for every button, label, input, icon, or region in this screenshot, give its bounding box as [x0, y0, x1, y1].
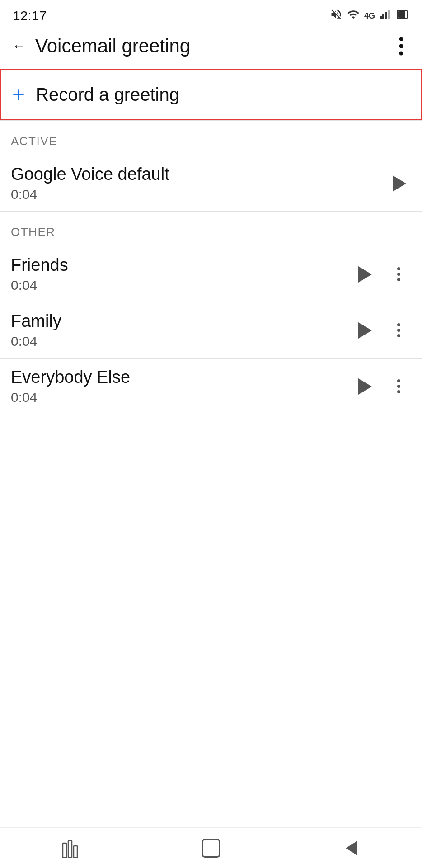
overflow-button-friends[interactable]	[386, 262, 411, 287]
svg-point-9	[399, 52, 403, 56]
svg-point-7	[399, 37, 403, 41]
svg-rect-5	[407, 13, 408, 16]
dot	[397, 334, 400, 337]
list-item: Family 0:04	[0, 302, 422, 358]
list-item: Everybody Else 0:04	[0, 359, 422, 414]
dot	[397, 329, 400, 332]
greeting-actions-friends	[352, 262, 411, 287]
greeting-name-everybody-else: Everybody Else	[11, 368, 352, 387]
signal-bars-icon	[380, 9, 392, 22]
svg-rect-6	[398, 11, 405, 18]
play-icon	[358, 378, 372, 395]
play-button-everybody-else[interactable]	[352, 374, 377, 399]
status-bar: 12:17 4G	[0, 0, 422, 28]
dot	[397, 267, 400, 270]
greeting-info-family: Family 0:04	[11, 311, 352, 349]
app-bar: ← Voicemail greeting	[0, 28, 422, 64]
status-time: 12:17	[13, 8, 47, 24]
greeting-info-everybody-else: Everybody Else 0:04	[11, 368, 352, 405]
nav-recents-button[interactable]	[48, 835, 93, 862]
svg-rect-1	[382, 14, 384, 19]
mute-icon	[330, 8, 342, 24]
greeting-duration-active: 0:04	[11, 187, 386, 202]
play-icon	[393, 175, 406, 192]
greeting-actions-everybody-else	[352, 374, 411, 399]
section-header-other: OTHER	[0, 212, 422, 246]
more-options-icon	[399, 37, 403, 56]
greeting-name-active: Google Voice default	[11, 165, 386, 184]
list-item: Friends 0:04	[0, 246, 422, 302]
section-header-active: ACTIVE	[0, 121, 422, 156]
signal-4g-icon: 4G	[364, 11, 375, 21]
record-greeting-container: + Record a greeting	[0, 69, 422, 120]
greeting-actions-family	[352, 318, 411, 343]
nav-home-button[interactable]	[188, 835, 234, 862]
battery-icon	[397, 9, 409, 23]
nav-back-button[interactable]	[329, 835, 374, 862]
record-greeting-label: Record a greeting	[36, 85, 179, 105]
section-other: OTHER Friends 0:04 Family	[0, 212, 422, 414]
recents-icon	[61, 839, 80, 858]
dot	[397, 385, 400, 388]
svg-rect-3	[388, 10, 390, 19]
record-greeting-button[interactable]: + Record a greeting	[12, 76, 179, 113]
svg-rect-12	[74, 846, 77, 858]
more-options-button[interactable]	[389, 34, 413, 58]
svg-rect-2	[385, 12, 387, 19]
play-button-family[interactable]	[352, 318, 377, 343]
play-button-friends[interactable]	[352, 262, 377, 287]
greeting-info-friends: Friends 0:04	[11, 255, 352, 293]
greeting-duration-everybody-else: 0:04	[11, 390, 352, 405]
play-icon	[358, 322, 372, 339]
play-button-active[interactable]	[386, 171, 411, 196]
nav-bar	[0, 827, 422, 868]
overflow-button-everybody-else[interactable]	[386, 374, 411, 399]
svg-rect-0	[380, 16, 382, 19]
greeting-name-friends: Friends	[11, 255, 352, 275]
home-icon	[202, 839, 220, 858]
nav-back-icon	[346, 841, 357, 855]
greeting-actions-active	[386, 171, 411, 196]
play-icon	[358, 266, 372, 283]
back-button[interactable]: ←	[7, 34, 31, 58]
dot	[397, 273, 400, 276]
content-area: + Record a greeting ACTIVE Google Voice …	[0, 69, 422, 459]
greeting-name-family: Family	[11, 311, 352, 331]
greeting-info-active: Google Voice default 0:04	[11, 165, 386, 202]
svg-rect-10	[63, 843, 66, 858]
dot	[397, 323, 400, 326]
svg-point-8	[399, 44, 403, 48]
dot	[397, 390, 400, 393]
dot	[397, 379, 400, 382]
page-title: Voicemail greeting	[35, 35, 389, 57]
greeting-duration-friends: 0:04	[11, 278, 352, 293]
overflow-button-family[interactable]	[386, 318, 411, 343]
status-icons: 4G	[330, 8, 409, 24]
greeting-duration-family: 0:04	[11, 334, 352, 349]
back-arrow-icon: ←	[12, 38, 26, 54]
plus-icon: +	[12, 84, 25, 105]
svg-rect-11	[68, 840, 72, 858]
section-active: ACTIVE Google Voice default 0:04	[0, 121, 422, 212]
list-item: Google Voice default 0:04	[0, 156, 422, 211]
wifi-icon	[347, 8, 360, 24]
dot	[397, 278, 400, 281]
